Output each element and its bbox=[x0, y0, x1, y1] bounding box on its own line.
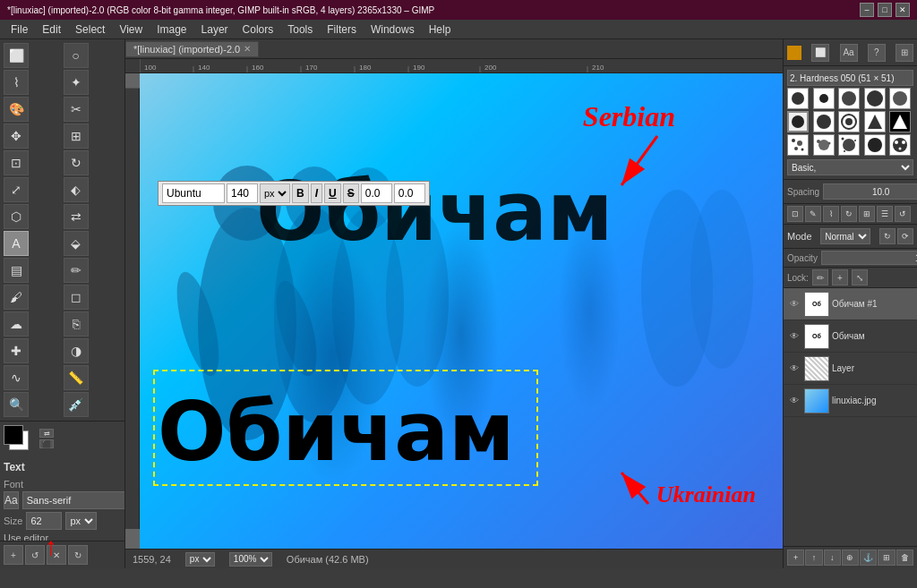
tool-zoom[interactable]: 🔍 bbox=[4, 392, 29, 417]
tool-flip[interactable]: ⇄ bbox=[64, 204, 89, 229]
brush-tool-btn-5[interactable]: ⊞ bbox=[859, 206, 875, 222]
spacing-input[interactable] bbox=[823, 183, 917, 200]
brush-cell-9[interactable] bbox=[864, 111, 886, 132]
brush-cell-14[interactable] bbox=[864, 134, 886, 156]
settings-btn[interactable]: ↻ bbox=[68, 545, 88, 565]
underline-button[interactable]: U bbox=[324, 183, 341, 203]
layer-visibility-1[interactable]: 👁 bbox=[787, 297, 801, 311]
menu-item-colors[interactable]: Colors bbox=[236, 21, 281, 38]
close-button[interactable]: ✕ bbox=[896, 3, 910, 17]
tool-rotate[interactable]: ↻ bbox=[64, 150, 89, 175]
brush-name-input[interactable] bbox=[787, 70, 913, 86]
brush-cell-6[interactable] bbox=[787, 111, 809, 132]
tool-bucket[interactable]: ⬙ bbox=[64, 231, 89, 256]
tool-color-picker[interactable]: 💉 bbox=[64, 392, 89, 417]
menu-item-view[interactable]: View bbox=[112, 21, 150, 38]
new-layer-btn[interactable]: + bbox=[4, 545, 23, 565]
brush-cell-4[interactable] bbox=[864, 88, 886, 109]
brush-tool-btn-7[interactable]: ↺ bbox=[895, 206, 911, 222]
tool-perspective[interactable]: ⬡ bbox=[4, 204, 29, 229]
zoom-select[interactable]: 100%50%200% bbox=[229, 552, 272, 567]
refresh-btn[interactable]: ↻ bbox=[879, 228, 896, 244]
tool-rectangle-select[interactable]: ⬜ bbox=[4, 43, 29, 68]
swap-colors-btn[interactable]: ⇄ bbox=[39, 429, 54, 438]
brush-cell-2[interactable] bbox=[813, 88, 835, 109]
menu-item-file[interactable]: File bbox=[4, 21, 35, 38]
brush-category-select[interactable]: Basic, bbox=[787, 159, 913, 175]
anchor-layer-btn[interactable]: ⚓ bbox=[860, 550, 877, 566]
lock-position-btn[interactable]: + bbox=[832, 269, 848, 285]
tool-heal[interactable]: ✚ bbox=[4, 338, 29, 363]
right-icon-2[interactable]: Aa bbox=[840, 44, 858, 62]
brush-cell-15[interactable] bbox=[889, 134, 911, 156]
layer-item-2[interactable]: 👁 Об Обичам bbox=[784, 320, 917, 353]
brush-tool-btn-6[interactable]: ☰ bbox=[877, 206, 893, 222]
layer-visibility-3[interactable]: 👁 bbox=[787, 362, 801, 376]
tool-clone[interactable]: ⎘ bbox=[64, 311, 89, 337]
right-icon-1[interactable]: ⬜ bbox=[811, 44, 829, 62]
brush-tool-btn-3[interactable]: ⌇ bbox=[823, 206, 839, 222]
brush-cell-13[interactable] bbox=[838, 134, 860, 156]
menu-item-windows[interactable]: Windows bbox=[364, 21, 422, 38]
lower-layer-btn[interactable]: ↓ bbox=[824, 550, 841, 566]
canvas-tab[interactable]: *[linuxiac] (imported)-2.0 ✕ bbox=[125, 41, 259, 57]
menu-item-edit[interactable]: Edit bbox=[35, 21, 68, 38]
lock-pixels-btn[interactable]: ✏ bbox=[812, 269, 828, 285]
tool-text[interactable]: A bbox=[4, 231, 29, 256]
tool-scissors[interactable]: ✂ bbox=[64, 97, 89, 122]
mode-select[interactable]: NormalMultiplyScreen bbox=[820, 228, 870, 244]
unit-select[interactable]: px% bbox=[185, 552, 215, 567]
tool-fuzzy-select[interactable]: ✦ bbox=[64, 70, 89, 95]
brush-cell-1[interactable] bbox=[787, 88, 809, 109]
tool-pencil[interactable]: ✏ bbox=[64, 258, 89, 283]
italic-button[interactable]: I bbox=[311, 183, 322, 203]
tool-measure[interactable]: 📏 bbox=[64, 365, 89, 390]
brush-tool-btn-4[interactable]: ↻ bbox=[841, 206, 857, 222]
font-size-toolbar-input[interactable] bbox=[227, 183, 258, 203]
lock-all-btn[interactable]: ⤡ bbox=[852, 269, 868, 285]
strikethrough-button[interactable]: S bbox=[343, 183, 359, 203]
canvas-wrapper[interactable]: pxpt B I U S Обичам bbox=[140, 73, 783, 549]
tool-eraser[interactable]: ◻ bbox=[64, 285, 89, 310]
sync-btn[interactable]: ⟳ bbox=[897, 228, 913, 244]
layer-item-4[interactable]: 👁 linuxiac.jpg bbox=[784, 385, 917, 417]
menu-item-select[interactable]: Select bbox=[68, 21, 112, 38]
brush-tool-btn-2[interactable]: ✎ bbox=[805, 206, 821, 222]
menu-item-help[interactable]: Help bbox=[422, 21, 458, 38]
layer-visibility-2[interactable]: 👁 bbox=[787, 329, 801, 344]
duplicate-layer-btn[interactable]: ⊕ bbox=[842, 550, 859, 566]
default-colors-btn[interactable]: ⬛ bbox=[39, 439, 54, 448]
size-input[interactable] bbox=[26, 512, 62, 530]
brush-cell-11[interactable] bbox=[787, 134, 809, 156]
right-icon-3[interactable]: ? bbox=[868, 44, 886, 62]
brush-cell-5[interactable] bbox=[889, 88, 911, 109]
font-unit-select[interactable]: pxpt bbox=[260, 183, 290, 203]
foreground-color-swatch[interactable] bbox=[4, 425, 23, 445]
brush-cell-3[interactable] bbox=[838, 88, 860, 109]
tool-smudge[interactable]: ∿ bbox=[4, 365, 29, 390]
maximize-button[interactable]: □ bbox=[878, 3, 892, 17]
size-unit-select[interactable]: pxpt bbox=[65, 512, 97, 530]
tool-brush[interactable]: 🖌 bbox=[4, 285, 29, 310]
minimize-button[interactable]: – bbox=[860, 3, 874, 17]
menu-item-tools[interactable]: Tools bbox=[280, 21, 320, 38]
canvas-tab-close[interactable]: ✕ bbox=[244, 44, 251, 54]
brush-cell-8[interactable] bbox=[838, 111, 860, 132]
brush-cell-7[interactable] bbox=[813, 111, 835, 132]
brush-cell-10[interactable] bbox=[889, 111, 911, 132]
tool-dodge[interactable]: ◑ bbox=[64, 338, 89, 363]
menu-item-layer[interactable]: Layer bbox=[194, 21, 236, 38]
layer-item-3[interactable]: 👁 Layer bbox=[784, 353, 917, 385]
tool-align[interactable]: ⊞ bbox=[64, 124, 89, 149]
opacity-input[interactable] bbox=[821, 251, 917, 265]
delete-layer-btn[interactable]: 🗑 bbox=[896, 550, 913, 566]
tool-move[interactable]: ✥ bbox=[4, 124, 29, 149]
new-layer-action-btn[interactable]: + bbox=[787, 550, 804, 566]
reset-btn[interactable]: ↺ bbox=[25, 545, 45, 565]
tool-airbrush[interactable]: ☁ bbox=[4, 311, 29, 337]
tool-lasso[interactable]: ⌇ bbox=[4, 70, 29, 95]
raise-layer-btn[interactable]: ↑ bbox=[805, 550, 822, 566]
tool-ellipse-select[interactable]: ○ bbox=[64, 43, 89, 68]
layer-visibility-4[interactable]: 👁 bbox=[787, 394, 801, 408]
tool-color-select[interactable]: 🎨 bbox=[4, 97, 29, 122]
